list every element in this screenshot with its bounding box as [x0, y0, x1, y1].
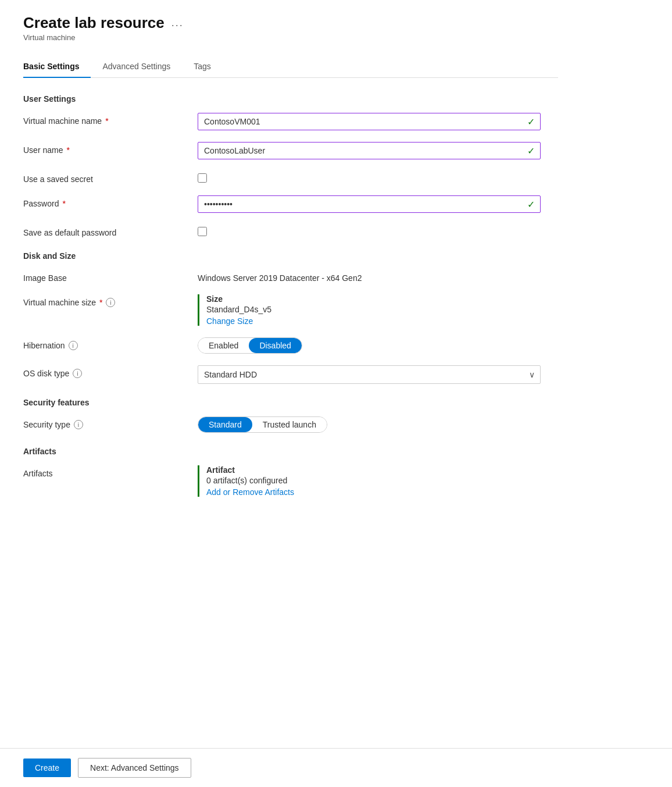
security-standard-btn[interactable]: Standard: [198, 417, 252, 432]
hibernation-enabled-btn[interactable]: Enabled: [198, 338, 249, 353]
user-name-required: *: [66, 145, 69, 155]
save-default-checkbox[interactable]: [198, 227, 207, 236]
vm-name-input[interactable]: [198, 113, 541, 130]
artifact-heading: Artifact: [206, 465, 558, 475]
tab-basic-settings[interactable]: Basic Settings: [23, 56, 91, 78]
disk-size-heading: Disk and Size: [23, 251, 558, 261]
user-name-check-icon: ✓: [527, 145, 535, 156]
password-row: Password * ✓: [23, 195, 558, 213]
hibernation-info-icon[interactable]: i: [69, 341, 78, 350]
save-default-password-label: Save as default password: [23, 225, 198, 237]
vm-size-info-icon[interactable]: i: [106, 298, 115, 307]
os-disk-type-info-icon[interactable]: i: [73, 369, 82, 378]
page-subtitle: Virtual machine: [23, 33, 558, 42]
add-remove-artifacts-link[interactable]: Add or Remove Artifacts: [206, 487, 294, 497]
user-name-row: User name * ✓: [23, 142, 558, 159]
vm-size-block: Size Standard_D4s_v5 Change Size: [198, 294, 558, 326]
password-label: Password *: [23, 195, 198, 208]
save-default-checkbox-wrapper: [198, 225, 558, 236]
security-type-label: Security type i: [23, 416, 198, 429]
hibernation-label: Hibernation i: [23, 337, 198, 350]
tab-tags[interactable]: Tags: [194, 56, 223, 78]
vm-name-row: Virtual machine name * ✓: [23, 113, 558, 130]
user-name-label: User name *: [23, 142, 198, 155]
vm-name-check-icon: ✓: [527, 116, 535, 127]
image-base-row: Image Base Windows Server 2019 Datacente…: [23, 270, 558, 283]
vm-name-control: ✓: [198, 113, 558, 130]
vm-name-required: *: [105, 116, 108, 126]
saved-secret-checkbox[interactable]: [198, 173, 207, 183]
image-base-value: Windows Server 2019 Datacenter - x64 Gen…: [198, 270, 558, 283]
save-default-password-control: [198, 225, 558, 236]
create-button[interactable]: Create: [23, 758, 71, 777]
tabs: Basic Settings Advanced Settings Tags: [23, 56, 558, 78]
save-default-password-row: Save as default password: [23, 225, 558, 237]
security-type-control: Standard Trusted launch: [198, 416, 558, 433]
page-title-ellipsis[interactable]: ...: [171, 17, 184, 29]
vm-size-required: *: [99, 298, 102, 307]
vm-size-block-heading: Size: [206, 294, 558, 304]
user-name-control: ✓: [198, 142, 558, 159]
saved-secret-control: [198, 171, 558, 183]
page-title-text: Create lab resource: [23, 14, 165, 32]
vm-size-label: Virtual machine size * i: [23, 294, 198, 307]
artifacts-label: Artifacts: [23, 465, 198, 478]
os-disk-type-label: OS disk type i: [23, 365, 198, 378]
image-base-label: Image Base: [23, 270, 198, 283]
security-type-row: Security type i Standard Trusted launch: [23, 416, 558, 433]
vm-size-row: Virtual machine size * i Size Standard_D…: [23, 294, 558, 326]
change-size-link[interactable]: Change Size: [206, 316, 253, 326]
saved-secret-label: Use a saved secret: [23, 171, 198, 184]
user-settings-heading: User Settings: [23, 94, 558, 104]
user-name-input[interactable]: [198, 142, 541, 159]
password-required: *: [62, 199, 65, 208]
os-disk-type-control: Standard HDD Standard SSD Premium SSD ∨: [198, 365, 558, 384]
security-type-info-icon[interactable]: i: [74, 420, 83, 429]
hibernation-row: Hibernation i Enabled Disabled: [23, 337, 558, 354]
tab-advanced-settings[interactable]: Advanced Settings: [102, 56, 182, 78]
hibernation-control: Enabled Disabled: [198, 337, 558, 354]
os-disk-type-select[interactable]: Standard HDD Standard SSD Premium SSD: [198, 365, 541, 384]
vm-size-control: Size Standard_D4s_v5 Change Size: [198, 294, 558, 326]
security-features-heading: Security features: [23, 398, 558, 407]
page-header: Create lab resource ... Virtual machine: [23, 14, 558, 42]
page-title: Create lab resource ...: [23, 14, 558, 32]
image-base-control: Windows Server 2019 Datacenter - x64 Gen…: [198, 270, 558, 283]
next-advanced-settings-button[interactable]: Next: Advanced Settings: [78, 758, 191, 778]
vm-name-wrapper: ✓: [198, 113, 541, 130]
password-wrapper: ✓: [198, 195, 541, 213]
security-type-toggle-group: Standard Trusted launch: [198, 416, 327, 433]
artifact-block: Artifact 0 artifact(s) configured Add or…: [198, 465, 558, 497]
vm-size-block-value: Standard_D4s_v5: [206, 305, 558, 314]
hibernation-disabled-btn[interactable]: Disabled: [249, 338, 301, 353]
artifact-value: 0 artifact(s) configured: [206, 476, 558, 485]
bottom-bar: Create Next: Advanced Settings: [0, 748, 672, 787]
password-check-icon: ✓: [527, 199, 535, 210]
artifacts-control: Artifact 0 artifact(s) configured Add or…: [198, 465, 558, 497]
artifacts-row: Artifacts Artifact 0 artifact(s) configu…: [23, 465, 558, 497]
user-name-wrapper: ✓: [198, 142, 541, 159]
security-trusted-launch-btn[interactable]: Trusted launch: [252, 417, 327, 432]
saved-secret-row: Use a saved secret: [23, 171, 558, 184]
artifacts-section-heading: Artifacts: [23, 447, 558, 456]
hibernation-toggle-group: Enabled Disabled: [198, 337, 302, 354]
saved-secret-checkbox-wrapper: [198, 171, 558, 183]
os-disk-type-select-wrapper: Standard HDD Standard SSD Premium SSD ∨: [198, 365, 541, 384]
password-control: ✓: [198, 195, 558, 213]
os-disk-type-row: OS disk type i Standard HDD Standard SSD…: [23, 365, 558, 384]
password-input[interactable]: [198, 195, 541, 213]
vm-name-label: Virtual machine name *: [23, 113, 198, 126]
